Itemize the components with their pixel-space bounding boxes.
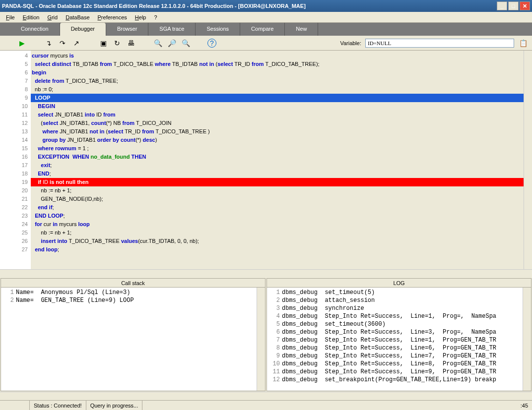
- callstack-panel: Call stack 12 Name= Anonymous Pl/Sql (Li…: [0, 278, 266, 391]
- status-query: Query in progress...: [86, 401, 143, 410]
- close-button[interactable]: ✕: [520, 1, 530, 10]
- tab-compare[interactable]: Compare: [240, 23, 285, 36]
- menu-file[interactable]: File: [2, 13, 19, 21]
- callstack-vscroll[interactable]: [257, 288, 265, 391]
- minimize-button[interactable]: _: [497, 1, 507, 10]
- editor-vscroll[interactable]: [524, 51, 532, 269]
- menubar: File Edition Grid DataBase Preferences H…: [0, 12, 532, 23]
- editor-hscroll[interactable]: [0, 269, 532, 278]
- refresh-button[interactable]: ↻: [112, 38, 122, 48]
- log-content[interactable]: dbms_debug set_timeout(5)dbms_debug atta…: [282, 288, 523, 391]
- statusbar: Status : Connected! Query in progress...…: [0, 400, 532, 410]
- window-title: PANDA-SQL - Oracle Database 12c Standard…: [2, 3, 497, 9]
- step-into-button[interactable]: ↴: [44, 38, 54, 48]
- panels-hscroll[interactable]: [0, 392, 532, 400]
- help-button[interactable]: ?: [207, 39, 216, 48]
- menu-database[interactable]: DataBase: [62, 13, 93, 21]
- find-next-button[interactable]: 🔎: [167, 38, 177, 48]
- menu-grid[interactable]: Grid: [43, 13, 62, 21]
- step-over-button[interactable]: ↷: [58, 38, 67, 48]
- tabbar: Connection Debugger Browser SGA trace Se…: [0, 23, 532, 36]
- tab-browser[interactable]: Browser: [106, 23, 148, 36]
- variable-input[interactable]: [365, 39, 514, 48]
- variable-action-button[interactable]: 📋: [518, 38, 528, 48]
- status-time: :45: [517, 403, 532, 409]
- tab-sessions[interactable]: Sessions: [196, 23, 240, 36]
- find-prev-button[interactable]: 🔍: [181, 38, 191, 48]
- log-title: LOG: [267, 279, 531, 288]
- tab-debugger[interactable]: Debugger: [60, 23, 106, 36]
- run-button[interactable]: ▶: [17, 38, 27, 48]
- callstack-content[interactable]: Name= Anonymous Pl/Sql (Line=3)Name= GEN…: [16, 288, 257, 391]
- log-panel: LOG 123456789101112 dbms_debug set_timeo…: [266, 278, 532, 391]
- tab-new[interactable]: New: [285, 23, 318, 36]
- toolbar: ▶ ↴ ↷ ↗ ▣ ↻ 🖶 🔍 🔎 🔍 ? Variable: 📋: [0, 36, 532, 51]
- find-button[interactable]: 🔍: [153, 38, 163, 48]
- titlebar: PANDA-SQL - Oracle Database 12c Standard…: [0, 0, 532, 12]
- code-editor[interactable]: 456789➔101112131415161718192021222324252…: [0, 51, 532, 269]
- menu-preferences[interactable]: Preferences: [94, 13, 131, 21]
- menu-help[interactable]: Help: [131, 13, 150, 21]
- menu-question[interactable]: ?: [150, 13, 161, 21]
- variable-label: Variable:: [340, 40, 361, 46]
- callstack-title: Call stack: [1, 279, 265, 288]
- maximize-button[interactable]: □: [508, 1, 519, 10]
- tab-sgatrace[interactable]: SGA trace: [148, 23, 196, 36]
- log-vscroll[interactable]: [523, 288, 531, 391]
- menu-edition[interactable]: Edition: [19, 13, 44, 21]
- step-out-button[interactable]: ↗: [71, 38, 81, 48]
- status-connected: Status : Connected!: [30, 401, 86, 410]
- tab-connection[interactable]: Connection: [10, 23, 60, 36]
- print-button[interactable]: 🖶: [126, 38, 136, 48]
- stop-button[interactable]: ▣: [98, 38, 108, 48]
